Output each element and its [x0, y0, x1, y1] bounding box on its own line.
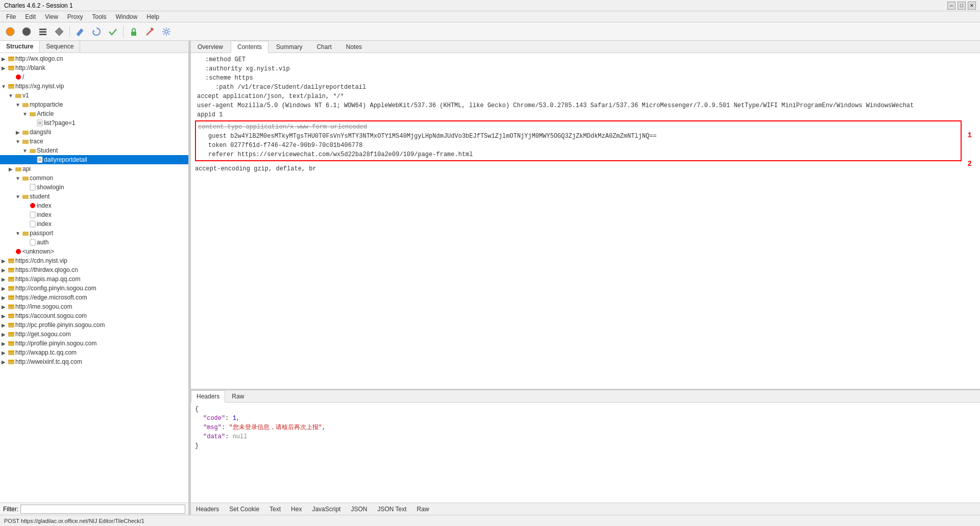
toggle-cdn[interactable]: ▶	[0, 258, 7, 264]
tree-item-account[interactable]: ▶ https://account.sogou.com	[0, 311, 188, 320]
toggle-common[interactable]: ▼	[14, 176, 21, 181]
resp-tab-headers[interactable]: Headers	[191, 390, 225, 403]
tree-item-index3[interactable]: index	[0, 219, 188, 229]
tree-item-auth[interactable]: auth	[0, 238, 188, 247]
bottom-tab-hex[interactable]: Hex	[286, 504, 307, 515]
tree-item-mptoparticle[interactable]: ▼ mptoparticle	[0, 100, 188, 109]
menu-help[interactable]: Help	[142, 12, 163, 21]
toggle-article[interactable]: ▼	[21, 111, 29, 117]
tree-item-index2[interactable]: index	[0, 210, 188, 219]
tree-item-api[interactable]: ▶ api	[0, 164, 188, 173]
tree-item-student[interactable]: ▼ Student	[0, 146, 188, 155]
toggle-student-folder[interactable]: ▼	[14, 194, 21, 199]
tree-item-article[interactable]: ▼ Article	[0, 109, 188, 118]
toggle-passport[interactable]: ▼	[14, 231, 21, 236]
toggle-mptoparticle[interactable]: ▼	[14, 102, 21, 108]
menu-view[interactable]: View	[41, 12, 62, 21]
tree-item-xg[interactable]: ▼ https://xg.nyist.vip	[0, 82, 188, 91]
toggle-apismap[interactable]: ▶	[0, 277, 7, 282]
toggle-getsogou[interactable]: ▶	[0, 332, 7, 337]
stop-button[interactable]	[19, 24, 34, 39]
toggle-api[interactable]: ▶	[7, 166, 14, 172]
tree-item-wx[interactable]: ▶ http://wx.qlogo.cn	[0, 54, 188, 63]
menu-window[interactable]: Window	[112, 12, 142, 21]
icon-thirdwx	[7, 266, 15, 273]
bottom-tab-setcookie[interactable]: Set Cookie	[224, 504, 264, 515]
tree-item-configpinyin[interactable]: ▶ http://config.pinyin.sogou.com	[0, 284, 188, 293]
tab-overview[interactable]: Overview	[191, 41, 230, 53]
tree-item-dailyreport[interactable]: dailyreportdetail	[0, 155, 188, 164]
bottom-tab-text[interactable]: Text	[264, 504, 286, 515]
toggle-configpinyin[interactable]: ▶	[0, 286, 7, 291]
minimize-button[interactable]: ─	[947, 2, 955, 10]
menu-proxy[interactable]: Proxy	[63, 12, 87, 21]
toggle-wweixinf[interactable]: ▶	[0, 359, 7, 365]
tree-item-blank-slash[interactable]: /	[0, 72, 188, 82]
bottom-tab-javascript[interactable]: JavaScript	[307, 504, 346, 515]
tree-item-showlogin[interactable]: showlogin	[0, 183, 188, 192]
toggle-dangshi[interactable]: ▶	[14, 130, 21, 135]
ssl-button[interactable]	[127, 24, 141, 39]
close-button[interactable]: ✕	[968, 2, 976, 10]
toggle-pcprofile[interactable]: ▶	[0, 322, 7, 328]
tree-item-unknown[interactable]: <unknown>	[0, 247, 188, 256]
toggle-edge[interactable]: ▶	[0, 295, 7, 300]
toggle-wxapp[interactable]: ▶	[0, 350, 7, 356]
maximize-button[interactable]: □	[958, 2, 966, 10]
toggle-student[interactable]: ▼	[21, 148, 29, 154]
tree-item-v1[interactable]: ▼ v1	[0, 91, 188, 100]
tree-item-thirdwx[interactable]: ▶ https://thirdwx.qlogo.cn	[0, 265, 188, 274]
icon-common	[21, 174, 30, 182]
menu-file[interactable]: File	[2, 12, 20, 21]
toggle-xg[interactable]: ▼	[0, 84, 7, 89]
apply-button[interactable]	[106, 24, 120, 39]
tree[interactable]: ▶ http://wx.qlogo.cn ▶ http://blank	[0, 53, 188, 503]
tree-item-common[interactable]: ▼ common	[0, 173, 188, 183]
menu-edit[interactable]: Edit	[21, 12, 40, 21]
filter-input[interactable]	[20, 505, 185, 514]
tree-item-getsogou[interactable]: ▶ http://get.sogou.com	[0, 330, 188, 339]
tab-summary[interactable]: Summary	[270, 41, 309, 53]
tree-item-dangshi[interactable]: ▶ dangshi	[0, 128, 188, 137]
tree-item-pcprofile[interactable]: ▶ http://pc.profile.pinyin.sogou.com	[0, 320, 188, 330]
tree-item-wweixinf[interactable]: ▶ http://wweixinf.tc.qq.com	[0, 357, 188, 366]
session-button[interactable]	[36, 24, 50, 39]
bottom-tab-json[interactable]: JSON	[346, 504, 372, 515]
menu-tools[interactable]: Tools	[88, 12, 111, 21]
toggle-profilepinyin[interactable]: ▶	[0, 341, 7, 346]
toggle-account[interactable]: ▶	[0, 313, 7, 319]
tree-item-apismap[interactable]: ▶ https://apis.map.qq.com	[0, 274, 188, 284]
tab-sequence[interactable]: Sequence	[40, 41, 80, 53]
toggle-trace[interactable]: ▼	[14, 139, 21, 144]
record-button[interactable]	[3, 24, 17, 39]
tree-item-index-red[interactable]: index	[0, 201, 188, 210]
toggle-thirdwx[interactable]: ▶	[0, 267, 7, 273]
tree-item-cdn[interactable]: ▶ https://cdn.nyist.vip	[0, 256, 188, 265]
tree-item-wxapp[interactable]: ▶ http://wxapp.tc.qq.com	[0, 348, 188, 357]
refresh-button[interactable]	[89, 24, 104, 39]
toggle-wx[interactable]: ▶	[0, 56, 7, 62]
toggle-blank[interactable]: ▶	[0, 65, 7, 71]
tree-item-passport[interactable]: ▼ passport	[0, 229, 188, 238]
clear-button[interactable]	[52, 24, 66, 39]
bottom-tab-jsontext[interactable]: JSON Text	[372, 504, 411, 515]
tree-item-trace[interactable]: ▼ trace	[0, 137, 188, 146]
tab-contents[interactable]: Contents	[231, 41, 268, 53]
tab-structure[interactable]: Structure	[0, 41, 40, 53]
bottom-tab-headers[interactable]: Headers	[191, 504, 224, 515]
tree-item-profilepinyin[interactable]: ▶ http://profile.pinyin.sogou.com	[0, 339, 188, 348]
toggle-v1[interactable]: ▼	[7, 93, 14, 98]
tree-item-student-folder[interactable]: ▼ student	[0, 192, 188, 201]
tree-item-ime[interactable]: ▶ http://ime.sogou.com	[0, 302, 188, 311]
bottom-tab-raw[interactable]: Raw	[412, 504, 434, 515]
edit-button[interactable]	[73, 24, 87, 39]
tab-notes[interactable]: Notes	[339, 41, 369, 53]
resp-tab-raw[interactable]: Raw	[226, 390, 250, 402]
tree-item-edge[interactable]: ▶ https://edge.microsoft.com	[0, 293, 188, 302]
tools-button[interactable]	[143, 24, 157, 39]
toggle-ime[interactable]: ▶	[0, 304, 7, 310]
tab-chart[interactable]: Chart	[310, 41, 338, 53]
settings-button[interactable]	[159, 24, 174, 39]
tree-item-blank[interactable]: ▶ http://blank	[0, 63, 188, 72]
tree-item-list[interactable]: list?page=1	[0, 118, 188, 128]
